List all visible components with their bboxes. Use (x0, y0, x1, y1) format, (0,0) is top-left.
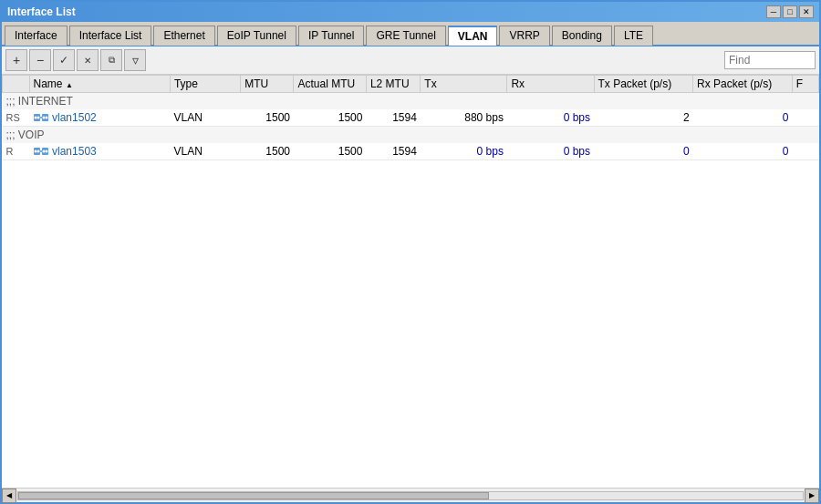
search-input[interactable] (724, 51, 816, 69)
col-rx[interactable]: Rx (507, 76, 594, 93)
svg-point-10 (35, 150, 37, 153)
check-icon: ✓ (59, 54, 68, 67)
row-type: VLAN (170, 143, 240, 160)
svg-point-6 (46, 117, 48, 119)
row-actual-mtu: 1500 (294, 109, 366, 127)
title-bar: Interface List ─ □ ✕ (2, 2, 819, 22)
row-tx: 880 bps (421, 109, 507, 127)
table-row[interactable]: RS (3, 109, 819, 127)
tabs-bar: Interface Interface List Ethernet EoIP T… (2, 22, 819, 46)
col-actual-mtu[interactable]: Actual MTU (294, 76, 366, 93)
col-rx-packet[interactable]: Rx Packet (p/s) (693, 76, 793, 93)
row-mtu: 1500 (241, 109, 294, 127)
row-tx-packet: 0 (594, 143, 693, 160)
filter-icon: ▿ (132, 53, 139, 67)
maximize-button[interactable]: □ (783, 5, 797, 18)
svg-point-12 (43, 150, 46, 153)
row-rx: 0 bps (507, 109, 594, 127)
svg-point-4 (37, 117, 40, 119)
horizontal-scrollbar: ◀ ▶ (2, 488, 819, 502)
col-tx-packet[interactable]: Tx Packet (p/s) (594, 76, 693, 93)
row-actual-mtu: 1500 (294, 143, 366, 160)
vlan-icon (33, 111, 49, 124)
svg-point-3 (35, 117, 37, 119)
enable-button[interactable]: ✓ (53, 49, 75, 71)
close-button[interactable]: ✕ (799, 5, 814, 18)
row-rx-packet: 0 (693, 109, 793, 127)
minus-icon: − (36, 53, 44, 67)
col-tx[interactable]: Tx (421, 76, 507, 93)
tab-vrrp[interactable]: VRRP (499, 26, 549, 46)
table-container: Name Type MTU Actual MTU L2 MTU (2, 75, 819, 488)
col-f[interactable]: F (792, 76, 818, 93)
table-row[interactable]: R (3, 143, 819, 160)
group-voip: ;;; VOIP (3, 127, 819, 144)
table-header: Name Type MTU Actual MTU L2 MTU (3, 76, 819, 93)
row-flags: R (3, 143, 30, 160)
main-window: Interface List ─ □ ✕ Interface Interface… (0, 0, 821, 504)
row-l2-mtu: 1594 (366, 109, 420, 127)
window-title: Interface List (7, 5, 76, 18)
col-mtu[interactable]: MTU (241, 76, 294, 93)
remove-button[interactable]: − (29, 49, 51, 71)
copy-button[interactable]: ⧉ (100, 49, 122, 71)
row-rx: 0 bps (507, 143, 594, 160)
disable-button[interactable]: ✕ (77, 49, 99, 71)
scroll-right-button[interactable]: ▶ (805, 489, 819, 503)
cross-icon: ✕ (84, 56, 91, 66)
title-controls: ─ □ ✕ (766, 5, 814, 18)
svg-point-5 (43, 117, 46, 119)
tab-bonding[interactable]: Bonding (552, 26, 612, 46)
scroll-left-button[interactable]: ◀ (2, 489, 16, 503)
row-type: VLAN (170, 109, 240, 127)
minimize-button[interactable]: ─ (766, 5, 781, 18)
col-flags (3, 76, 30, 93)
toolbar: + − ✓ ✕ ⧉ ▿ (2, 46, 819, 75)
col-l2-mtu[interactable]: L2 MTU (366, 76, 420, 93)
tab-ip-tunnel[interactable]: IP Tunnel (298, 26, 364, 46)
group-voip-label: ;;; VOIP (3, 127, 819, 144)
add-button[interactable]: + (5, 49, 27, 71)
row-rx-packet: 0 (693, 143, 793, 160)
col-name[interactable]: Name (29, 76, 170, 93)
group-internet: ;;; INTERNET (3, 93, 819, 110)
add-icon: + (13, 53, 20, 67)
tab-gre-tunnel[interactable]: GRE Tunnel (366, 26, 445, 46)
row-tx-packet: 2 (594, 109, 693, 127)
row-f (792, 143, 818, 160)
row-mtu: 1500 (241, 143, 294, 160)
col-type[interactable]: Type (170, 76, 240, 93)
tab-interface[interactable]: Interface (5, 26, 68, 46)
row-name: vlan1503 (29, 143, 170, 160)
scroll-track[interactable] (17, 491, 804, 500)
row-l2-mtu: 1594 (366, 143, 420, 160)
tab-ethernet[interactable]: Ethernet (153, 26, 214, 46)
vlan-icon (33, 145, 49, 158)
svg-point-13 (46, 150, 48, 153)
interface-table: Name Type MTU Actual MTU L2 MTU (2, 75, 819, 160)
table-body: ;;; INTERNET RS (3, 93, 819, 160)
tab-interface-list[interactable]: Interface List (69, 26, 152, 46)
row-f (792, 109, 818, 127)
copy-icon: ⧉ (109, 55, 115, 66)
row-name: vlan1502 (29, 109, 170, 127)
filter-button[interactable]: ▿ (124, 49, 146, 71)
row-flags: RS (3, 109, 30, 127)
tab-lte[interactable]: LTE (614, 26, 653, 46)
row-tx: 0 bps (421, 143, 507, 160)
group-internet-label: ;;; INTERNET (3, 93, 819, 110)
tab-vlan[interactable]: VLAN (448, 26, 498, 46)
tab-eoip-tunnel[interactable]: EoIP Tunnel (217, 26, 296, 46)
svg-point-11 (37, 150, 40, 153)
scroll-thumb[interactable] (18, 492, 489, 499)
